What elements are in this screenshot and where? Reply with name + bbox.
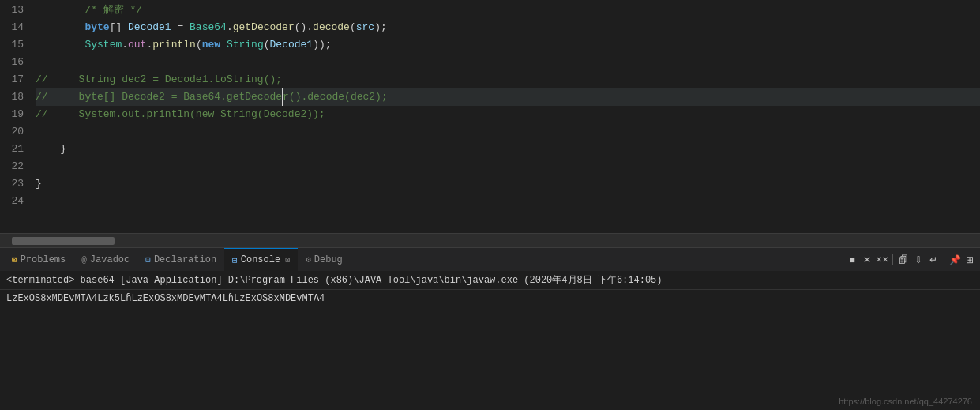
- scroll-thumb[interactable]: [12, 237, 115, 245]
- line-numbers: 13 14 15 16 17 18 19 20 21 22 23 24: [0, 0, 32, 233]
- tab-problems[interactable]: ⊠ Problems: [4, 248, 73, 271]
- code-line-21: }: [36, 141, 980, 158]
- code-line-13: /* 解密 */: [36, 2, 980, 19]
- clear-console-button[interactable]: 🗐: [897, 254, 910, 266]
- stop-button[interactable]: ■: [846, 254, 858, 266]
- tab-console[interactable]: ⊟ Console ⊠: [224, 248, 298, 271]
- tab-debug-label: Debug: [314, 254, 343, 265]
- code-line-24: [36, 193, 980, 210]
- tab-debug[interactable]: ⚙ Debug: [298, 248, 351, 271]
- horizontal-scrollbar[interactable]: [0, 233, 980, 247]
- tab-javadoc[interactable]: @ Javadoc: [73, 248, 137, 271]
- watermark: https://blog.csdn.net/qq_44274276: [839, 397, 972, 406]
- terminate-button[interactable]: ✕: [861, 254, 873, 266]
- code-line-19: // System.out.println(new String(Decode2…: [36, 106, 980, 123]
- declaration-icon: ⊡: [145, 254, 151, 265]
- tab-declaration-label: Declaration: [154, 254, 216, 265]
- code-line-16: [36, 54, 980, 71]
- code-line-20: [36, 123, 980, 141]
- tab-javadoc-label: Javadoc: [90, 254, 130, 265]
- javadoc-icon: @: [81, 255, 87, 265]
- new-console-button[interactable]: ⊞: [963, 254, 976, 266]
- output-content: LzExOS8xMDEvMTA4Lzk5LɦLzExOS8xMDEvMTA4Lɦ…: [6, 293, 325, 304]
- toolbar-separator-1: [892, 254, 893, 265]
- code-line-18: // byte[] Decode2 = Base64.getDecoder().…: [36, 88, 980, 106]
- code-line-17: // String dec2 = Decode1.toString();: [36, 71, 980, 88]
- editor-container: 13 14 15 16 17 18 19 20 21 22 23 24 /* 解…: [0, 0, 980, 410]
- problems-icon: ⊠: [12, 254, 17, 265]
- code-line-15: System.out.println(new String(Decode1));: [36, 36, 980, 54]
- scroll-lock-button[interactable]: ⇩: [912, 254, 925, 266]
- tab-problems-label: Problems: [21, 254, 66, 265]
- debug-icon: ⚙: [306, 254, 311, 265]
- console-toolbar: ■ ✕ ✕✕ 🗐 ⇩ ↵ 📌 ⊞: [846, 254, 976, 266]
- code-line-22: [36, 158, 980, 175]
- console-area: <terminated> base64 [Java Application] D…: [0, 271, 980, 307]
- console-terminated-header: <terminated> base64 [Java Application] D…: [0, 271, 980, 290]
- code-content[interactable]: /* 解密 */ byte[] Decode1 = Base64.getDeco…: [32, 0, 980, 233]
- code-line-23: }: [36, 175, 980, 193]
- terminated-label: <terminated> base64 [Java Application] D…: [6, 275, 663, 286]
- code-editor[interactable]: 13 14 15 16 17 18 19 20 21 22 23 24 /* 解…: [0, 0, 980, 233]
- word-wrap-button[interactable]: ↵: [927, 254, 940, 266]
- tab-console-label: Console: [241, 254, 280, 265]
- console-output-text: LzExOS8xMDEvMTA4Lzk5LɦLzExOS8xMDEvMTA4Lɦ…: [0, 290, 980, 307]
- tabs-bar: ⊠ Problems @ Javadoc ⊡ Declaration ⊟ Con…: [0, 247, 980, 271]
- tab-declaration[interactable]: ⊡ Declaration: [137, 248, 224, 271]
- pin-console-button[interactable]: 📌: [948, 254, 961, 266]
- remove-launch-button[interactable]: ✕✕: [876, 254, 888, 266]
- console-icon: ⊟: [232, 255, 238, 265]
- code-line-14: byte[] Decode1 = Base64.getDecoder().dec…: [36, 19, 980, 36]
- toolbar-separator-2: [944, 254, 944, 265]
- console-close-indicator: ⊠: [285, 255, 290, 265]
